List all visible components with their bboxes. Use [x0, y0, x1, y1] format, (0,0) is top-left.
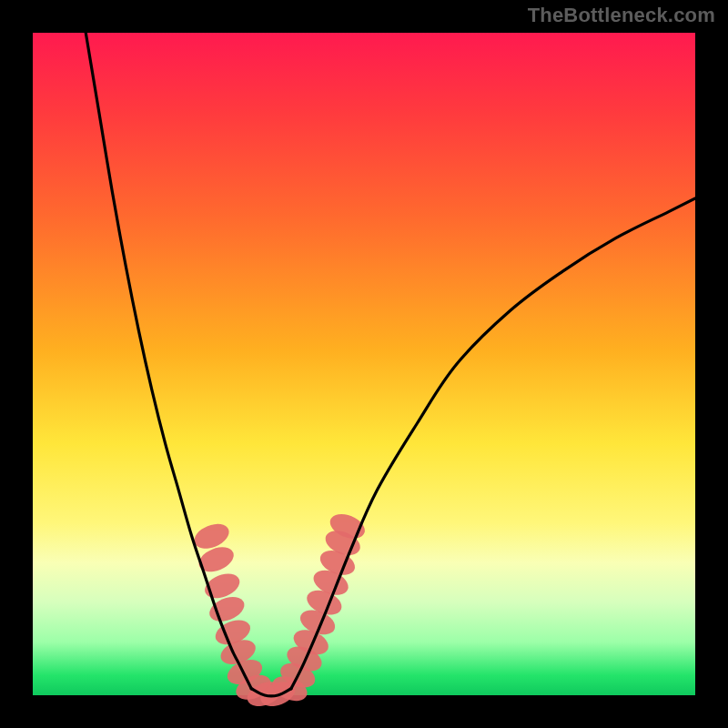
chart-svg: [33, 33, 695, 695]
curve-right: [291, 198, 695, 689]
plot-area: [33, 33, 695, 695]
chart-frame: TheBottleneck.com: [0, 0, 728, 728]
attribution-label: TheBottleneck.com: [528, 4, 715, 27]
